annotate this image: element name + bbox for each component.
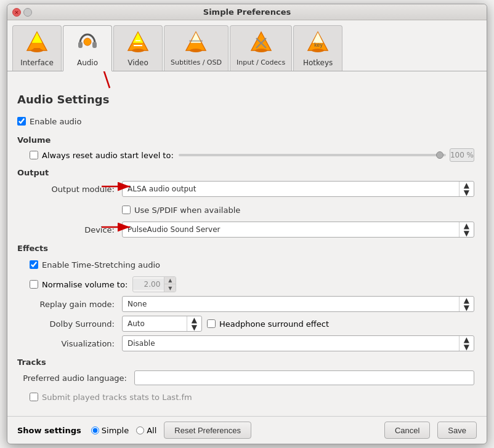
svg-point-14 [190,49,202,52]
enable-audio-checkbox[interactable] [17,117,26,126]
device-row: Device: PulseAudio Sound Server [17,222,474,238]
tab-interface-label: Interface [20,58,54,67]
output-module-arrow-down[interactable]: ▼ [461,189,469,196]
output-section-label: Output [17,168,474,177]
dolby-row: Dolby Surround: Auto ▲ ▼ Headphone surro… [17,316,474,332]
enable-audio-label[interactable]: Enable audio [17,117,81,126]
device-label: Device: [17,225,122,234]
normalise-spinner-btns: ▲ ▼ [164,277,176,292]
tab-video[interactable]: Video [113,25,163,71]
volume-slider-container: 100 % [179,148,474,162]
submit-tracks-label[interactable]: Submit played tracks stats to Last.fm [30,393,192,402]
video-icon [126,30,150,57]
submit-tracks-checkbox[interactable] [30,393,38,401]
dolby-arrows[interactable]: ▲ ▼ [187,316,199,331]
svg-rect-15 [189,40,203,42]
device-combo[interactable]: PulseAudio Sound Server ▲ ▼ [122,222,474,238]
output-module-arrows[interactable]: ▲ ▼ [459,182,471,196]
tab-interface[interactable]: Interface [12,25,62,71]
window-controls: × [12,8,32,17]
normalise-spinner[interactable]: 2.00 ▲ ▼ [132,276,176,292]
normalise-increment[interactable]: ▲ [164,277,176,284]
tab-input[interactable]: Input / Codecs [230,25,292,71]
content-area: Audio Settings Enable audio Volume Alway… [7,71,487,416]
preferred-audio-row: Preferred audio language: [17,370,474,385]
preferred-audio-control [134,370,474,385]
footer: Show settings Simple All Reset Preferenc… [7,416,487,444]
svg-point-22 [312,49,324,52]
svg-point-9 [132,49,144,52]
tab-input-label: Input / Codecs [237,58,285,66]
dolby-control: Auto ▲ ▼ Headphone surround effect [122,316,474,332]
tab-bar: Interface Audio [7,20,487,71]
volume-section-label: Volume [17,135,474,145]
output-module-row: Output module: ALSA audio output [17,181,474,197]
svg-marker-16 [251,32,271,50]
all-radio[interactable] [136,426,144,434]
spdif-checkbox[interactable] [122,206,131,214]
close-button[interactable]: × [12,8,21,17]
visualization-label: Visualization: [17,339,122,348]
device-arrow-down[interactable]: ▼ [461,230,469,237]
preferred-audio-input[interactable] [134,370,474,385]
headphone-label[interactable]: Headphone surround effect [207,319,329,329]
titlebar: × Simple Preferences [7,4,487,20]
normalise-checkbox[interactable] [30,280,38,289]
minimize-button[interactable] [23,8,32,17]
simple-radio[interactable] [91,426,99,434]
volume-value: 100 % [450,148,474,162]
main-window: × Simple Preferences Interface [7,4,487,444]
dolby-combo[interactable]: Auto ▲ ▼ [122,316,202,332]
device-arrows[interactable]: ▲ ▼ [459,222,471,237]
svg-point-19 [255,49,267,52]
tab-audio[interactable]: Audio [63,25,112,71]
output-module-combo[interactable]: ALSA audio output ▲ ▼ [122,181,474,197]
simple-radio-label[interactable]: Simple [91,426,129,435]
headphone-checkbox[interactable] [207,319,216,328]
replay-gain-arrows[interactable]: ▲ ▼ [459,297,471,311]
visualization-arrows[interactable]: ▲ ▼ [459,336,471,351]
svg-point-6 [84,38,91,46]
all-radio-label[interactable]: All [136,426,156,435]
spdif-label[interactable]: Use S/PDIF when available [122,206,240,215]
always-reset-label[interactable]: Always reset audio start level to: [30,151,174,160]
save-button[interactable]: Save [437,422,477,439]
tab-hotkeys-label: Hotkeys [303,58,333,67]
scrollable-area[interactable]: Enable audio Volume Always reset audio s… [17,113,477,409]
svg-rect-3 [33,48,41,50]
subtitles-icon [184,30,208,57]
device-control: PulseAudio Sound Server ▲ ▼ [122,222,474,238]
volume-slider[interactable] [179,154,446,156]
visualization-row: Visualization: Disable ▲ ▼ [17,335,474,351]
normalise-label[interactable]: Normalise volume to: [30,280,128,289]
reset-preferences-button[interactable]: Reset Preferences [164,422,251,439]
time-stretching-checkbox[interactable] [30,260,38,269]
audio-icon [75,30,100,57]
effects-section-label: Effects [17,244,474,253]
output-module-control: ALSA audio output ▲ ▼ [122,181,474,197]
normalise-decrement[interactable]: ▼ [164,284,176,292]
svg-marker-21 [312,32,323,43]
tab-subtitles[interactable]: Subtitles / OSD [164,25,229,71]
visualization-combo[interactable]: Disable ▲ ▼ [122,335,474,351]
tab-hotkeys[interactable]: key Hotkeys [293,25,342,71]
enable-audio-row: Enable audio [17,113,474,129]
window-title: Simple Preferences [203,7,291,17]
svg-rect-5 [92,42,97,48]
always-reset-row: Always reset audio start level to: 100 % [17,148,474,162]
cancel-button[interactable]: Cancel [384,422,430,439]
tab-audio-label: Audio [77,58,98,67]
always-reset-checkbox[interactable] [30,151,38,159]
input-icon [249,30,273,57]
replay-gain-label: Replay gain mode: [17,300,122,309]
interface-icon [25,30,49,57]
page-title: Audio Settings [17,93,477,106]
time-stretching-label[interactable]: Enable Time-Stretching audio [30,260,160,270]
tracks-section-label: Tracks [17,358,474,367]
svg-marker-1 [31,32,43,43]
replay-gain-combo[interactable]: None ▲ ▼ [122,296,474,312]
replay-gain-control: None ▲ ▼ [122,296,474,312]
show-settings-label: Show settings [17,426,81,435]
svg-rect-4 [78,42,83,48]
dolby-label: Dolby Surround: [17,319,122,329]
